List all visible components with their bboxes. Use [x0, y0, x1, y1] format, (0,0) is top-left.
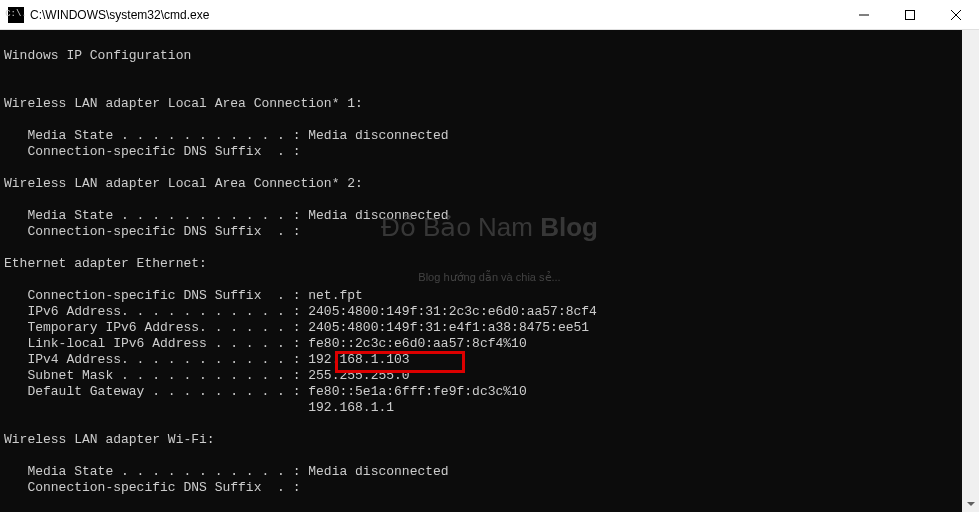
output-line: 192.168.1.1 [4, 400, 394, 415]
cmd-window: C:\. C:\WINDOWS\system32\cmd.exe Windows… [0, 0, 979, 512]
adapter-name: Wireless LAN adapter Wi-Fi: [4, 432, 215, 447]
output-line: IPv4 Address. . . . . . . . . . . : 192.… [4, 352, 410, 367]
output-line: Subnet Mask . . . . . . . . . . . : 255.… [4, 368, 410, 383]
maximize-icon [905, 10, 915, 20]
scroll-track[interactable] [962, 47, 979, 495]
watermark-text-2: Blog [540, 212, 598, 242]
output-line: Connection-specific DNS Suffix . : [4, 480, 300, 495]
adapter-name: Wireless LAN adapter Local Area Connecti… [4, 176, 363, 191]
cmd-icon: C:\. [8, 7, 24, 23]
output-line: Media State . . . . . . . . . . . : Medi… [4, 128, 449, 143]
watermark-subtitle: Blog hướng dẫn và chia sẻ... [381, 269, 598, 285]
window-title: C:\WINDOWS\system32\cmd.exe [30, 8, 841, 22]
minimize-button[interactable] [841, 0, 887, 29]
maximize-button[interactable] [887, 0, 933, 29]
close-button[interactable] [933, 0, 979, 29]
output-line: Media State . . . . . . . . . . . : Medi… [4, 464, 449, 479]
cmd-icon-text: C:\. [5, 10, 27, 19]
output-line: Default Gateway . . . . . . . . . : fe80… [4, 384, 527, 399]
output-line: IPv6 Address. . . . . . . . . . . : 2405… [4, 304, 597, 319]
output-line: Connection-specific DNS Suffix . : net.f… [4, 288, 363, 303]
window-controls [841, 0, 979, 29]
vertical-scrollbar[interactable] [962, 30, 979, 512]
titlebar[interactable]: C:\. C:\WINDOWS\system32\cmd.exe [0, 0, 979, 30]
ipconfig-header: Windows IP Configuration [4, 48, 191, 63]
output-line: Media State . . . . . . . . . . . : Medi… [4, 208, 449, 223]
output-line: Temporary IPv6 Address. . . . . . : 2405… [4, 320, 589, 335]
svg-rect-1 [906, 10, 915, 19]
terminal-output[interactable]: Windows IP Configuration Wireless LAN ad… [0, 30, 979, 512]
minimize-icon [859, 10, 869, 20]
adapter-name: Ethernet adapter Ethernet: [4, 256, 207, 271]
output-line: Connection-specific DNS Suffix . : [4, 144, 300, 159]
scroll-down-arrow-icon[interactable] [962, 495, 979, 512]
adapter-name: Wireless LAN adapter Local Area Connecti… [4, 96, 363, 111]
watermark: Đỗ Bảo Nam Blog Blog hướng dẫn và chia s… [381, 187, 598, 317]
output-line: Link-local IPv6 Address . . . . . : fe80… [4, 336, 527, 351]
close-icon [951, 10, 961, 20]
svg-marker-5 [967, 502, 975, 506]
output-line: Connection-specific DNS Suffix . : [4, 224, 300, 239]
